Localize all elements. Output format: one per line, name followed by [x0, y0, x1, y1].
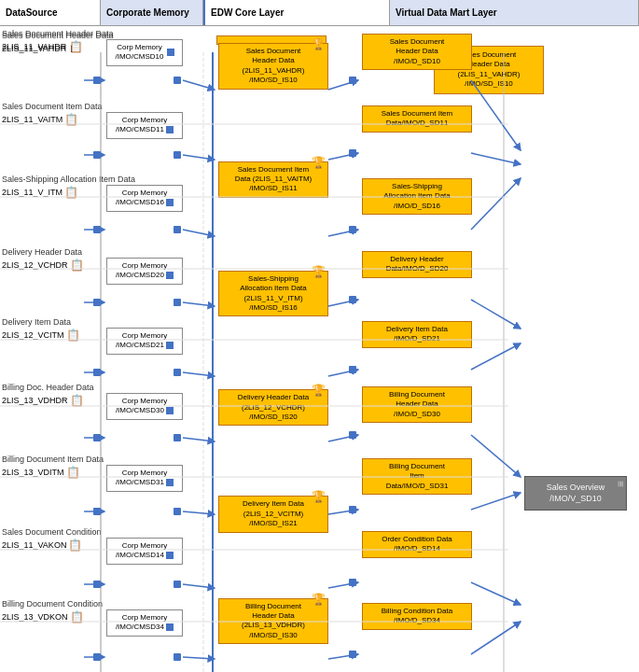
- svg-line-17: [183, 302, 215, 306]
- row3-label: Sales-Shipping Allocation Item Data: [2, 175, 135, 184]
- edw-box-row3: 🏆 Sales-ShippingAllocation Item Data(2LI…: [218, 271, 328, 317]
- corp-box-row3: Corp Memory/IMO/CMSD16: [106, 185, 183, 212]
- ods-box-row7: Billing DocumentItemData/IMO/D_SD31: [362, 458, 472, 495]
- svg-rect-56: [93, 653, 101, 661]
- svg-rect-63: [174, 508, 181, 515]
- ods-box-row9: Billing Condition Data/IMO/D_SD34: [362, 603, 472, 630]
- edw-box-row5: 🏆 Delivery Item Data(2LIS_12_VCITM)/IMO/…: [218, 496, 328, 532]
- row4-label: Delivery Header Data: [2, 247, 82, 257]
- svg-line-5: [183, 80, 215, 90]
- svg-line-25: [183, 438, 215, 441]
- svg-line-15: [471, 178, 521, 230]
- arrows-svg: [0, 52, 639, 672]
- content-area: Sales Document Header Data 2LIS_11_VAHDR…: [0, 26, 639, 672]
- row2-label: Sales Document Item Data: [2, 102, 103, 111]
- svg-line-27: [471, 435, 521, 477]
- edw-box-row1: 🏆 Sales DocumentHeader Data(2LIS_11_VAHD…: [218, 43, 328, 90]
- svg-rect-55: [93, 581, 101, 588]
- corp-box-row7: Corp Memory/IMO/CMSD31: [106, 465, 183, 492]
- row1-ds: 2LIS_11_VAHDR📋: [2, 40, 83, 53]
- ods-box-row1: Sales DocumentHeader Data/IMO/D_SD10: [362, 34, 472, 70]
- svg-line-11: [471, 153, 521, 164]
- svg-rect-69: [349, 296, 356, 303]
- svg-rect-70: [349, 366, 356, 373]
- svg-rect-60: [174, 299, 181, 306]
- svg-line-18: [328, 300, 358, 306]
- corp-box-row9: Corp Memory/IMO/CMSD34: [106, 609, 183, 637]
- row7-ds: 2LIS_13_VDITM📋: [2, 466, 80, 479]
- svg-line-9: [183, 155, 215, 160]
- header-edw: EDW Core Layer: [203, 0, 390, 25]
- row8-label: Sales Document Condition: [2, 527, 102, 537]
- row9-ds: 2LIS_13_VDKON📋: [2, 610, 84, 623]
- svg-rect-62: [174, 434, 181, 441]
- ods-box-row3: Sales-ShippingAllocation Item Data/IMO/D…: [362, 178, 472, 215]
- svg-line-22: [328, 370, 358, 376]
- row6-ds: 2LIS_13_VDHDR📋: [2, 394, 84, 407]
- ods-box-row6: Billing DocumentHeader Data/IMO/D_SD30: [362, 386, 472, 423]
- svg-rect-65: [174, 653, 181, 661]
- svg-rect-53: [93, 434, 101, 441]
- vdm-box-sales-overview: ⊞ Sales Overview/IMO/V_SD10: [524, 476, 627, 511]
- header-row: DataSource Corporate Memory EDW Core Lay…: [0, 0, 639, 26]
- svg-line-21: [183, 372, 215, 376]
- svg-line-30: [328, 510, 358, 514]
- svg-line-38: [328, 654, 358, 659]
- corp-box-row8: Corp Memory/IMO/CMSD14: [106, 538, 183, 565]
- svg-line-10: [328, 153, 358, 160]
- row5-label: Delivery Item Data: [2, 317, 71, 327]
- svg-rect-50: [93, 226, 101, 233]
- svg-line-26: [328, 435, 358, 441]
- svg-rect-61: [174, 369, 181, 376]
- row9-label: Billing Document Condition: [2, 599, 103, 609]
- svg-rect-72: [349, 506, 356, 513]
- svg-line-23: [471, 343, 521, 370]
- svg-line-37: [183, 657, 215, 659]
- svg-rect-59: [174, 226, 181, 233]
- svg-line-6: [328, 80, 358, 90]
- edw-box-row6: 🏆 Billing DocumentHeader Data(2LIS_13_VD…: [218, 598, 328, 645]
- row2-ds: 2LIS_11_VAITM📋: [2, 113, 78, 126]
- svg-rect-64: [174, 581, 181, 588]
- corp-box-row6: Corp Memory/IMO/CMSD30: [106, 393, 183, 420]
- svg-rect-58: [174, 151, 181, 159]
- svg-rect-74: [349, 651, 356, 658]
- svg-rect-71: [349, 431, 356, 439]
- corp-box-row2: Corp Memory/IMO/CMSD11: [106, 112, 183, 139]
- svg-rect-68: [349, 226, 356, 233]
- header-corp-memory: Corporate Memory: [101, 0, 203, 25]
- svg-rect-66: [349, 77, 356, 84]
- row7-label: Billing Document Item Data: [2, 455, 104, 464]
- svg-line-33: [183, 584, 215, 588]
- svg-rect-52: [93, 369, 101, 376]
- svg-line-13: [183, 230, 215, 236]
- svg-rect-57: [174, 77, 181, 84]
- row3-ds: 2LIS_11_V_ITM📋: [2, 186, 78, 199]
- svg-rect-54: [93, 508, 101, 515]
- edw-box-row2: 🏆 Sales Document ItemData (2LIS_11_VAITM…: [218, 161, 328, 198]
- ods-box-row8: Order Condition Data/IMO/D_SD14: [362, 531, 472, 558]
- svg-line-29: [183, 511, 215, 514]
- svg-line-35: [471, 582, 521, 605]
- svg-line-39: [471, 622, 521, 654]
- svg-line-31: [471, 493, 521, 510]
- row8-ds: 2LIS_11_VAKON📋: [2, 539, 82, 552]
- ods-box-row5: Delivery Item Data/IMO/D_SD21: [362, 321, 472, 348]
- row6-label: Billing Doc. Header Data: [2, 383, 94, 392]
- row5-ds: 2LIS_12_VCITM📋: [2, 329, 80, 342]
- svg-rect-73: [349, 579, 356, 586]
- svg-line-19: [471, 300, 521, 329]
- header-virtual: Virtual Data Mart Layer: [390, 0, 639, 25]
- header-datasource: DataSource: [0, 0, 101, 25]
- svg-rect-51: [93, 299, 101, 306]
- svg-line-34: [328, 582, 358, 588]
- diagram-container: DataSource Corporate Memory EDW Core Lay…: [0, 0, 639, 672]
- edw-box-row4: 🏆 Delivery Header Data(2LIS_12_VCHDR)/IM…: [218, 389, 328, 426]
- corp-box-row4: Corp Memory/IMO/CMSD20: [106, 258, 183, 285]
- ods-box-row4: Delivery HeaderData/IMO/D_SD20: [362, 251, 472, 278]
- corp-box-row5: Corp Memory/IMO/CMSD21: [106, 328, 183, 355]
- svg-rect-49: [93, 151, 101, 159]
- row1-label: Sales Document Header Data: [2, 29, 114, 38]
- corp-box-row1: Corp Memory/IMO/CMSD10: [106, 39, 183, 66]
- svg-rect-67: [349, 149, 356, 157]
